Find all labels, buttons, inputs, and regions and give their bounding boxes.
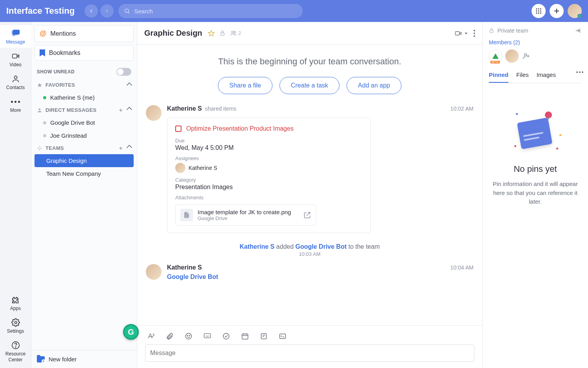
favorites-header[interactable]: FAVORITES — [34, 79, 134, 91]
post-author[interactable]: Katherine S — [167, 264, 202, 271]
conversation-menu-button[interactable] — [474, 30, 475, 37]
post-link[interactable]: Google Drive Bot — [167, 273, 474, 281]
dm-item[interactable]: Joe Grinstead — [34, 129, 134, 142]
dms-header[interactable]: DIRECT MESSAGES — [34, 104, 134, 116]
tab-images[interactable]: Images — [537, 71, 556, 83]
video-icon — [454, 30, 463, 37]
assignee-name: Katherine S — [189, 165, 217, 171]
nav-back-button[interactable] — [85, 4, 98, 18]
attach-icon[interactable] — [165, 332, 174, 341]
chevron-up-icon[interactable] — [127, 144, 132, 150]
rail-video[interactable]: Video — [0, 48, 31, 71]
svg-marker-34 — [459, 32, 461, 35]
task-icon[interactable] — [222, 332, 230, 341]
teams-header[interactable]: TEAMS — [34, 142, 134, 154]
user-avatar[interactable] — [568, 4, 582, 18]
at-icon: @ — [40, 29, 47, 38]
members-link[interactable]: Members (2) — [489, 39, 582, 46]
collapse-panel-icon[interactable] — [574, 27, 582, 34]
new-button[interactable] — [550, 4, 564, 18]
system-time: 10:03 AM — [137, 251, 482, 257]
task-checkbox[interactable] — [175, 126, 181, 132]
more-icon — [11, 97, 21, 106]
message-input[interactable] — [145, 344, 474, 362]
mentions-pill[interactable]: @ Mentions — [34, 25, 134, 42]
member-avatar[interactable] — [505, 49, 519, 63]
add-team-icon[interactable] — [118, 146, 123, 151]
svg-rect-52 — [490, 30, 493, 33]
assignee-avatar[interactable] — [175, 163, 185, 173]
bookmarks-pill[interactable]: Bookmarks — [34, 45, 134, 61]
post-author[interactable]: Katherine S — [167, 105, 202, 112]
rail-apps[interactable]: Apps — [0, 291, 31, 314]
rail-resource-center[interactable]: Resource Center — [0, 337, 31, 368]
members-icon[interactable] — [230, 30, 237, 36]
favorite-item[interactable]: Katherine S (me) — [34, 91, 134, 104]
emoji-icon[interactable] — [184, 332, 193, 341]
avatar[interactable] — [146, 105, 162, 121]
attachment-name: Image template for JK to create.png — [198, 209, 299, 215]
sidebar: @ Mentions Bookmarks SHOW UNREAD FAVORIT… — [31, 22, 137, 368]
svg-point-42 — [223, 333, 229, 339]
svg-marker-35 — [465, 33, 468, 34]
add-dm-icon[interactable] — [118, 107, 123, 113]
folder-plus-icon — [37, 356, 45, 363]
topbar: Interface Testing — [0, 0, 588, 22]
calendar-icon[interactable] — [241, 332, 249, 341]
teams-icon — [37, 146, 42, 151]
show-unread-toggle[interactable] — [116, 68, 131, 76]
svg-point-4 — [540, 8, 541, 9]
nav-rail: Message Video Contacts More — [0, 22, 31, 368]
sys-target[interactable]: Google Drive Bot — [296, 243, 347, 250]
rail-settings[interactable]: Settings — [0, 314, 31, 337]
member-count: 2 — [238, 30, 241, 36]
star-outline-icon[interactable] — [208, 30, 215, 37]
svg-marker-36 — [187, 212, 189, 214]
team-item[interactable]: Team New Company — [34, 167, 134, 180]
share-file-button[interactable]: Share a file — [218, 77, 272, 94]
chevron-up-icon[interactable] — [127, 82, 132, 87]
format-icon[interactable] — [147, 332, 155, 341]
nav-forward-button[interactable] — [100, 4, 114, 18]
chevron-up-icon[interactable] — [127, 106, 132, 112]
grammarly-badge[interactable]: G — [123, 324, 139, 340]
member-avatar-bot[interactable]: BETA — [489, 49, 502, 63]
svg-point-26 — [39, 149, 40, 150]
settings-icon — [11, 318, 21, 327]
video-icon — [11, 52, 21, 60]
tab-pinned[interactable]: Pinned — [489, 71, 508, 83]
video-call-button[interactable] — [454, 30, 468, 37]
add-member-button[interactable] — [522, 51, 531, 61]
rail-message[interactable]: Message — [0, 25, 31, 48]
avatar[interactable] — [146, 264, 162, 280]
team-item-active[interactable]: Graphic Design — [34, 154, 134, 167]
search-field[interactable] — [118, 4, 303, 18]
presence-dot — [43, 96, 46, 99]
svg-rect-33 — [456, 31, 460, 35]
conversation-header: Graphic Design 2 — [137, 22, 482, 45]
sys-actor[interactable]: Katherine S — [240, 243, 274, 250]
new-folder-button[interactable]: New folder — [31, 350, 137, 368]
create-task-button[interactable]: Create a task — [279, 77, 339, 94]
lock-icon[interactable] — [220, 30, 225, 36]
open-external-icon[interactable] — [303, 211, 311, 219]
post: Katherine S 10:04 AM Google Drive Bot — [137, 257, 482, 281]
workspace-name[interactable]: Interface Testing — [6, 6, 74, 16]
dm-item[interactable]: Google Drive Bot — [34, 116, 134, 129]
svg-point-23 — [38, 148, 39, 149]
tabs-more-button[interactable] — [576, 71, 583, 73]
add-app-button[interactable]: Add an app — [347, 77, 401, 94]
gif-icon[interactable]: GIF — [203, 332, 212, 341]
post-subtext: shared items — [205, 106, 236, 112]
task-card[interactable]: Optimize Presentation Product Images Due… — [167, 118, 371, 233]
attachment-card[interactable]: Image template for JK to create.png Goog… — [175, 204, 316, 226]
note-icon[interactable] — [260, 332, 268, 341]
search-input[interactable] — [134, 8, 297, 15]
rail-contacts[interactable]: Contacts — [0, 71, 31, 93]
search-icon — [124, 8, 130, 14]
dialpad-icon — [535, 7, 542, 15]
tab-files[interactable]: Files — [516, 71, 529, 83]
rail-more[interactable]: More — [0, 93, 31, 116]
dialpad-button[interactable] — [532, 4, 546, 18]
snippet-icon[interactable] — [278, 332, 287, 341]
